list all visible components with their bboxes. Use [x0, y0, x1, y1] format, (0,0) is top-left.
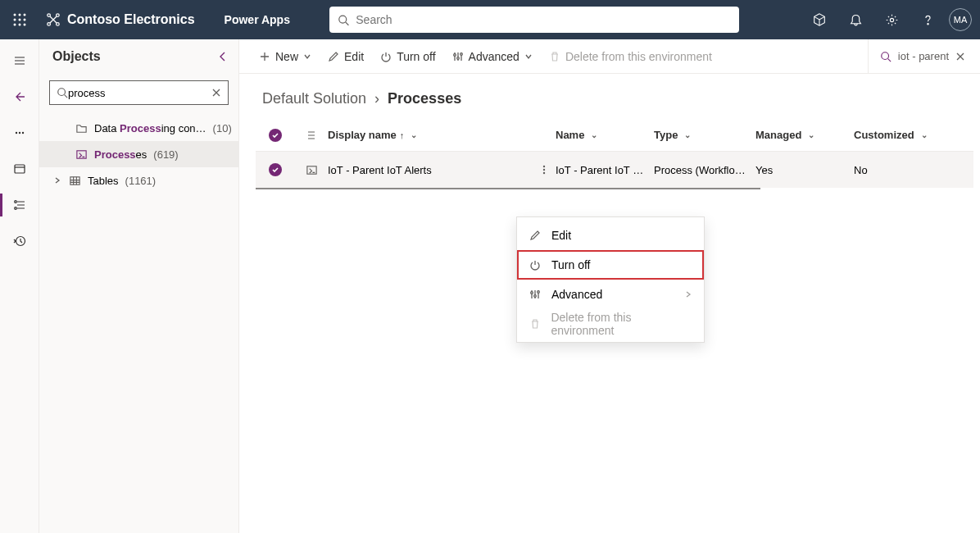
rail-tree-button[interactable]	[0, 190, 39, 220]
brand-logo-icon	[46, 12, 61, 27]
brand-text: Contoso Electronics	[67, 12, 195, 27]
sort-column-icon[interactable]	[295, 130, 328, 141]
tree-count: (10)	[213, 122, 232, 134]
svg-point-6	[14, 24, 16, 26]
chevron-down-icon	[303, 52, 311, 61]
new-button[interactable]: New	[254, 50, 316, 63]
svg-point-34	[531, 292, 533, 294]
help-icon[interactable]	[910, 0, 946, 39]
user-avatar[interactable]: MA	[949, 8, 972, 31]
tree-label: Tables	[88, 175, 119, 187]
sliders-icon	[529, 289, 542, 300]
environment-icon[interactable]	[801, 0, 837, 39]
panel-collapse-button[interactable]	[217, 51, 229, 62]
svg-point-9	[48, 14, 51, 17]
svg-point-15	[927, 23, 928, 24]
svg-rect-30	[306, 166, 315, 173]
svg-point-33	[543, 172, 545, 174]
cmd-label: Advanced	[469, 50, 519, 63]
search-icon	[880, 51, 892, 62]
svg-point-7	[19, 24, 21, 26]
filter-clear-button[interactable]	[955, 52, 965, 61]
row-type-icon	[295, 164, 328, 176]
tree-count: (1161)	[125, 175, 157, 187]
delete-button: Delete from this environment	[544, 50, 717, 63]
rail-more-button[interactable]	[0, 118, 39, 148]
svg-point-13	[339, 16, 347, 23]
filter-text: iot - parent	[898, 50, 949, 62]
cell-name: IoT - Parent IoT …	[556, 164, 654, 176]
column-name[interactable]: Name⌄	[556, 129, 654, 141]
edit-button[interactable]: Edit	[323, 50, 369, 63]
menu-edit[interactable]: Edit	[517, 221, 704, 250]
column-customized[interactable]: Customized⌄	[854, 129, 936, 141]
svg-point-31	[543, 166, 545, 167]
menu-label: Advanced	[551, 288, 602, 301]
cell-managed: Yes	[755, 164, 854, 176]
brand-name: Contoso Electronics	[39, 12, 202, 27]
svg-point-11	[48, 23, 51, 26]
column-type[interactable]: Type⌄	[654, 129, 755, 141]
menu-label: Edit	[551, 229, 571, 242]
select-all[interactable]	[256, 129, 295, 142]
app-launcher-button[interactable]	[0, 0, 39, 39]
tree-label: Data Processing con…	[94, 122, 206, 134]
tree-item-processes[interactable]: Processes (619)	[39, 141, 238, 167]
svg-point-3	[14, 19, 16, 21]
row-checkbox[interactable]	[256, 163, 295, 176]
tree-label: Processes	[94, 148, 147, 161]
svg-point-2	[24, 14, 26, 16]
notifications-icon[interactable]	[837, 0, 873, 39]
clear-icon[interactable]	[211, 88, 221, 98]
cmd-label: Edit	[344, 50, 364, 63]
plus-icon	[259, 51, 270, 62]
breadcrumb-separator: ›	[374, 90, 379, 107]
menu-advanced[interactable]: Advanced	[517, 280, 704, 309]
power-icon	[529, 259, 542, 271]
settings-icon[interactable]	[873, 0, 910, 39]
cmd-label: Turn off	[397, 50, 435, 63]
global-search[interactable]	[329, 7, 739, 33]
cmd-label: New	[275, 50, 298, 63]
breadcrumb-root[interactable]: Default Solution	[262, 90, 366, 107]
tree-item-tables[interactable]: Tables (1161)	[39, 167, 238, 194]
cell-type: Process (Workflo…	[654, 164, 755, 176]
svg-point-5	[24, 19, 26, 21]
rail-card-button[interactable]	[0, 154, 39, 184]
tree-item-data-processing[interactable]: Data Processing con… (10)	[39, 115, 238, 141]
cmd-label: Delete from this environment	[565, 50, 712, 63]
expand-icon[interactable]	[52, 176, 62, 184]
svg-point-12	[57, 23, 60, 26]
global-search-input[interactable]	[356, 13, 731, 26]
filter-chip[interactable]: iot - parent	[880, 50, 949, 62]
tree-count: (619)	[153, 148, 178, 161]
svg-point-8	[24, 24, 26, 26]
column-display-name[interactable]: Display name↑⌄	[328, 129, 533, 141]
svg-point-28	[460, 52, 462, 55]
turnoff-button[interactable]: Turn off	[375, 50, 440, 63]
svg-rect-25	[70, 176, 79, 184]
svg-point-27	[456, 57, 459, 59]
objects-search[interactable]	[49, 80, 229, 105]
power-icon	[380, 51, 392, 62]
table-row[interactable]: IoT - Parent IoT Alerts IoT - Parent IoT…	[256, 152, 973, 188]
rail-menu-button[interactable]	[0, 46, 39, 75]
svg-point-14	[890, 18, 893, 21]
svg-point-29	[882, 52, 889, 59]
advanced-button[interactable]: Advanced	[447, 50, 538, 63]
menu-delete: Delete from this environment	[517, 309, 704, 339]
svg-point-4	[19, 19, 21, 21]
cell-display-name[interactable]: IoT - Parent IoT Alerts	[328, 164, 533, 176]
row-more-button[interactable]	[533, 165, 556, 175]
menu-label: Delete from this environment	[551, 311, 692, 337]
svg-point-32	[543, 169, 545, 171]
menu-turnoff[interactable]: Turn off	[517, 250, 704, 280]
svg-point-17	[18, 132, 20, 134]
rail-back-button[interactable]	[0, 82, 39, 112]
folder-icon	[75, 122, 88, 134]
objects-search-input[interactable]	[68, 87, 211, 99]
column-managed[interactable]: Managed⌄	[755, 129, 854, 141]
app-name: Power Apps	[225, 13, 290, 26]
menu-label: Turn off	[551, 258, 590, 271]
rail-history-button[interactable]	[0, 226, 39, 256]
